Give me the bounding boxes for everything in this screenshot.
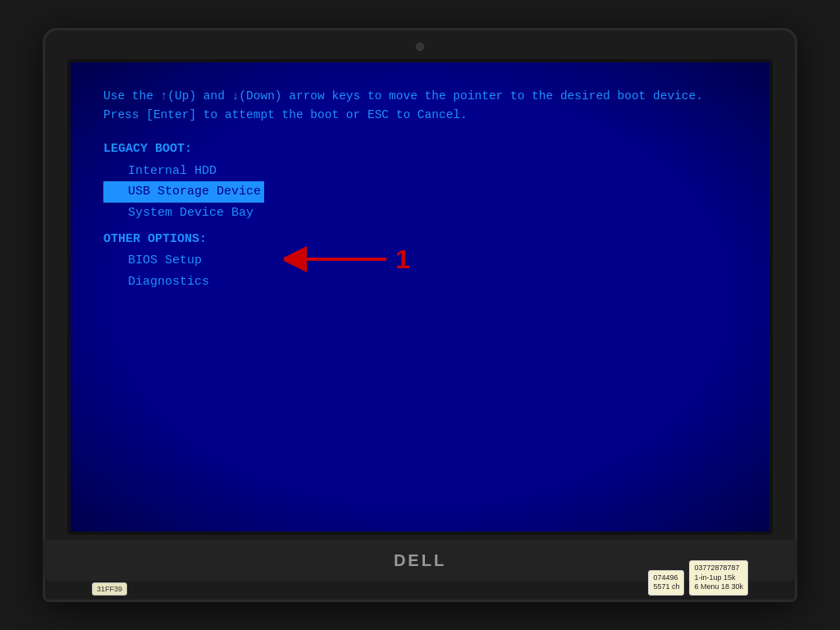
other-options-header: OTHER OPTIONS: (103, 230, 737, 249)
instruction-line2: Press [Enter] to attempt the boot or ESC… (103, 106, 737, 125)
annotation-arrow-icon (284, 244, 390, 274)
bios-screen: Use the ↑(Up) and ↓(Down) arrow keys to … (67, 59, 773, 535)
boot-item-diagnostics[interactable]: Diagnostics (103, 272, 737, 293)
boot-item-internal-hdd[interactable]: Internal HDD (103, 161, 737, 182)
sticker-info: 037728787871-in-1up 15k6 Menu 18 30k (689, 560, 748, 596)
annotation-arrow-group: 1 (284, 244, 410, 274)
sticker-left: 31FF39 (92, 582, 127, 596)
bios-content: Use the ↑(Up) and ↓(Down) arrow keys to … (103, 87, 737, 292)
sticker-area: 0744965571 ch 037728787871-in-1up 15k6 M… (648, 560, 748, 596)
boot-item-system-device-bay[interactable]: System Device Bay (103, 203, 737, 224)
instruction-text: Use the ↑(Up) and ↓(Down) arrow keys to … (103, 87, 737, 125)
laptop-body: Use the ↑(Up) and ↓(Down) arrow keys to … (43, 28, 797, 602)
boot-item-usb-storage[interactable]: USB Storage Device (103, 181, 264, 203)
webcam (416, 43, 424, 51)
sticker-asset-tag: 0744965571 ch (648, 570, 684, 596)
dell-logo: DELL (394, 551, 446, 570)
instruction-line1: Use the ↑(Up) and ↓(Down) arrow keys to … (103, 87, 737, 106)
legacy-boot-header: LEGACY BOOT: (103, 139, 737, 158)
boot-item-bios-setup[interactable]: BIOS Setup (103, 250, 737, 272)
annotation-number: 1 (395, 246, 410, 272)
camera-bar (57, 43, 783, 51)
